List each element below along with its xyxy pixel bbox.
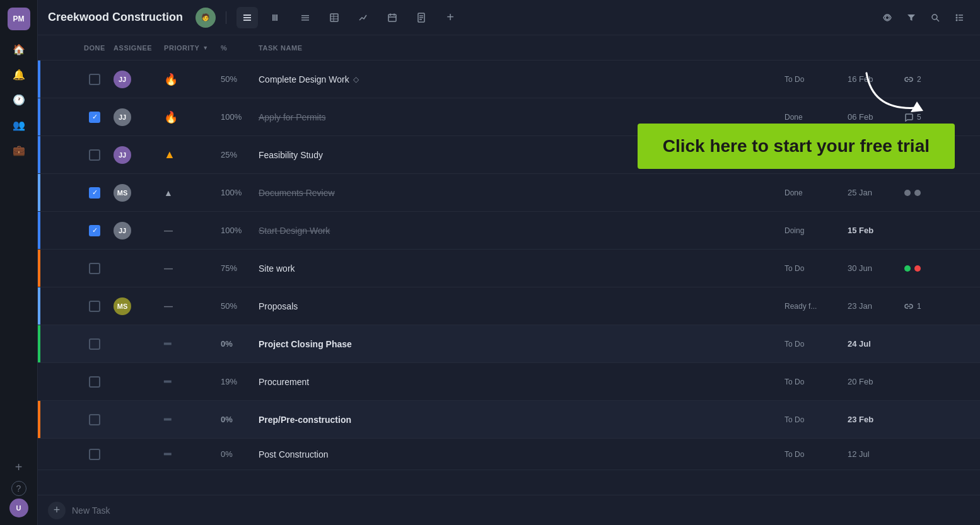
svg-point-22	[932, 14, 937, 20]
main-content: Creekwood Construction 🧑 +	[38, 0, 980, 525]
svg-rect-13	[388, 14, 396, 21]
fire-gray-icon: 🔥	[164, 110, 178, 124]
dot-green-icon	[904, 265, 911, 272]
svg-point-26	[956, 19, 958, 21]
task-status-6: To Do	[785, 264, 848, 273]
task-percent-9: 19%	[221, 377, 259, 386]
svg-rect-4	[274, 14, 276, 21]
document-view-button[interactable]	[411, 7, 432, 28]
svg-rect-8	[301, 20, 309, 21]
col-header-priority: PRIORITY ▼	[164, 44, 221, 52]
task-percent-1: 50%	[221, 74, 259, 84]
arrow-up-icon: ▲	[164, 148, 175, 161]
task-checkbox-6[interactable]	[76, 263, 114, 274]
project-title: Creekwood Construction	[48, 11, 183, 24]
task-name-5: Start Design Work	[259, 226, 785, 236]
dash-long-icon: ━	[164, 375, 171, 389]
task-checkbox-1[interactable]	[76, 74, 114, 85]
table-row: MS — 50% Proposals Ready f... 23 Jan 1	[38, 287, 980, 325]
task-checkbox-9[interactable]	[76, 376, 114, 388]
dash-long-icon: ━	[164, 413, 171, 427]
priority-sort-icon[interactable]: ▼	[202, 45, 208, 51]
table-row: ━ 0% Project Closing Phase To Do 24 Jul	[38, 325, 980, 363]
task-extras-4	[904, 190, 980, 196]
col-header-task-name: TASK NAME	[259, 44, 980, 52]
task-name-4: Documents Review	[259, 188, 785, 198]
svg-point-21	[885, 16, 889, 20]
user-avatar[interactable]: U	[9, 499, 28, 517]
task-date-6: 30 Jun	[848, 263, 904, 273]
sidebar-item-add[interactable]: +	[8, 456, 30, 478]
table-row: ━ 19% Procurement To Do 20 Feb	[38, 363, 980, 401]
gantt-view-button[interactable]	[265, 7, 287, 28]
task-percent-4: 100%	[221, 188, 259, 197]
watch-button[interactable]	[877, 7, 898, 28]
search-button[interactable]	[925, 7, 946, 28]
col-header-done: DONE	[76, 44, 114, 52]
task-percent-10: 0%	[221, 415, 259, 424]
task-assignee-5: JJ	[114, 222, 164, 239]
calendar-view-button[interactable]	[382, 7, 403, 28]
task-date-5: 15 Feb	[848, 226, 904, 235]
row-accent	[38, 401, 40, 438]
menu-view-button[interactable]	[295, 7, 316, 28]
fire-icon: 🔥	[164, 72, 178, 86]
table-header: DONE ASSIGNEE PRIORITY ▼ % TASK NAME	[38, 35, 980, 61]
task-checkbox-5[interactable]	[76, 225, 114, 236]
header-right-icons	[877, 7, 970, 28]
sidebar-item-history[interactable]: 🕐	[8, 88, 30, 111]
diamond-icon: ◇	[353, 75, 359, 84]
task-extras-7: 1	[904, 302, 980, 311]
sidebar-item-home[interactable]: 🏠	[8, 38, 30, 61]
task-checkbox-7[interactable]	[76, 301, 114, 312]
task-percent-6: 75%	[221, 263, 259, 273]
app-logo[interactable]: PM	[8, 8, 30, 30]
sidebar-item-help[interactable]: ?	[11, 481, 26, 496]
task-checkbox-4[interactable]	[76, 187, 114, 199]
table-row: MS ▲ 100% Documents Review Done 25 Jan	[38, 174, 980, 212]
list-view-button[interactable]	[236, 7, 258, 28]
settings-columns-button[interactable]	[948, 7, 970, 28]
sidebar-item-projects[interactable]: 💼	[8, 139, 30, 161]
task-percent-11: 0%	[221, 449, 259, 459]
svg-rect-5	[276, 14, 277, 21]
task-checkbox-8[interactable]	[76, 338, 114, 350]
task-date-4: 25 Jan	[848, 188, 904, 197]
task-priority-11: ━	[164, 447, 221, 461]
plus-view-button[interactable]: +	[440, 7, 461, 28]
filter-button[interactable]	[901, 7, 922, 28]
row-accent	[38, 363, 40, 400]
table-row: ━ 0% Post Construction To Do 12 Jul	[38, 439, 980, 470]
new-task-row[interactable]: + New Task	[38, 495, 980, 525]
task-date-11: 12 Jul	[848, 449, 904, 459]
table-row: — 75% Site work To Do 30 Jun	[38, 250, 980, 287]
task-priority-9: ━	[164, 375, 221, 389]
task-assignee-2: JJ	[114, 108, 164, 126]
table-view-button[interactable]	[324, 7, 345, 28]
sidebar-item-team[interactable]: 👥	[8, 113, 30, 136]
task-priority-7: —	[164, 301, 221, 311]
row-accent	[38, 325, 40, 362]
task-checkbox-2[interactable]	[76, 112, 114, 123]
link-icon	[904, 302, 913, 311]
task-name-8: Project Closing Phase	[259, 339, 785, 349]
new-task-button[interactable]: +	[48, 502, 66, 519]
row-accent	[38, 174, 40, 211]
svg-rect-6	[301, 15, 309, 16]
task-priority-10: ━	[164, 413, 221, 427]
task-checkbox-11[interactable]	[76, 449, 114, 460]
chart-view-button[interactable]	[353, 7, 374, 28]
task-checkbox-10[interactable]	[76, 414, 114, 425]
task-priority-8: ━	[164, 337, 221, 351]
row-accent	[38, 250, 40, 287]
dash-icon: —	[164, 263, 172, 274]
new-task-label: New Task	[72, 505, 110, 516]
sidebar-item-notifications[interactable]: 🔔	[8, 63, 30, 86]
task-priority-4: ▲	[164, 188, 221, 198]
col-header-percent: %	[221, 44, 259, 52]
task-checkbox-3[interactable]	[76, 149, 114, 161]
cta-banner[interactable]: Click here to start your free trial	[638, 124, 955, 169]
task-date-8: 24 Jul	[848, 339, 904, 349]
svg-rect-7	[301, 17, 309, 18]
table-row: ━ 0% Prep/Pre-construction To Do 23 Feb	[38, 401, 980, 439]
